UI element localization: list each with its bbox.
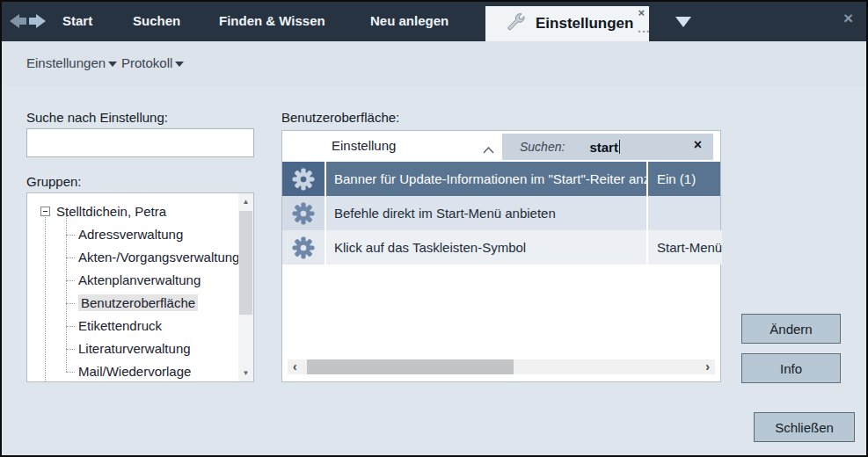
info-button[interactable]: Info: [741, 353, 841, 383]
titlebar: Start Suchen Finden & Wissen Neu anlegen…: [2, 2, 866, 41]
chevron-down-icon: [108, 62, 117, 67]
text-cursor: [619, 140, 620, 154]
setting-value: [648, 196, 720, 230]
chevron-down-icon: [175, 62, 184, 67]
window-close-icon[interactable]: ×: [843, 10, 853, 26]
menu-protokoll[interactable]: Protokoll: [121, 55, 184, 70]
tree-item-aktenplanverwaltung[interactable]: Aktenplanverwaltung: [27, 269, 238, 292]
gear-icon: [282, 230, 325, 265]
table-header[interactable]: Einstellung Suchen: start ×: [282, 131, 720, 162]
sort-ascending-icon[interactable]: [483, 141, 494, 157]
tab-dropdown-icon[interactable]: [675, 17, 691, 27]
tab-overflow-dots[interactable]: ...: [638, 21, 651, 35]
menubar: Einstellungen Protokoll: [2, 41, 866, 87]
tree-scrollbar-thumb[interactable]: [239, 211, 252, 315]
table-row[interactable]: Klick auf das Taskleisten-Symbol Start-M…: [282, 230, 720, 265]
tree-root-item[interactable]: Stelltdichein, Petra: [27, 200, 238, 223]
horizontal-scrollbar[interactable]: ‹ ›: [288, 359, 715, 374]
tree-item-benutzeroberflaeche[interactable]: Benutzeroberfläche: [27, 292, 238, 315]
scroll-left-icon[interactable]: ‹: [293, 359, 297, 374]
setting-name: Klick auf das Taskleisten-Symbol: [326, 230, 646, 265]
forward-icon[interactable]: [29, 13, 46, 29]
table-body: Banner für Update-Informationen im "Star…: [282, 162, 720, 265]
scroll-up-icon[interactable]: ▲: [238, 198, 253, 206]
table-row[interactable]: Befehle direkt im Start-Menü anbieten: [282, 196, 720, 230]
tab-start[interactable]: Start: [62, 13, 92, 28]
tree-scrollbar[interactable]: ▲ ▼: [238, 193, 253, 381]
settings-window: { "titlebar": { "tabs": [ { "label": "St…: [0, 0, 868, 457]
table-search-box[interactable]: Suchen: start ×: [502, 134, 713, 160]
tree-item-etikettendruck[interactable]: Etikettendruck: [27, 315, 238, 337]
tree-root-label: Stelltdichein, Petra: [56, 204, 166, 219]
schliessen-button[interactable]: Schließen: [754, 412, 855, 442]
groups-tree: Stelltdichein, Petra Adressverwaltung Ak…: [26, 192, 254, 382]
tree-item-mail-wiedervorlage[interactable]: Mail/Wiedervorlage: [27, 360, 238, 382]
column-header-einstellung[interactable]: Einstellung: [332, 138, 396, 153]
setting-value: Start-Menü: [648, 230, 722, 265]
search-clear-icon[interactable]: ×: [694, 137, 702, 153]
tree-item-akten-vorgangsverwaltung[interactable]: Akten-/Vorgangsverwaltung: [27, 246, 238, 269]
setting-name: Befehle direkt im Start-Menü anbieten: [326, 196, 646, 230]
scroll-down-icon[interactable]: ▼: [238, 369, 253, 377]
tab-einstellungen-active[interactable]: Einstellungen ×: [485, 6, 649, 41]
wrench-icon: [507, 12, 526, 35]
gear-icon: [282, 162, 325, 196]
menu-einstellungen-label: Einstellungen: [26, 55, 106, 70]
back-icon[interactable]: [10, 13, 26, 29]
section-label: Benutzeroberfläche:: [281, 110, 399, 125]
groups-label: Gruppen:: [26, 174, 82, 189]
tree-item-literaturverwaltung[interactable]: Literaturverwaltung: [27, 337, 238, 360]
menu-protokoll-label: Protokoll: [121, 55, 172, 70]
table-row[interactable]: Banner für Update-Informationen im "Star…: [282, 162, 720, 196]
tab-close-icon[interactable]: ×: [638, 7, 645, 18]
scroll-right-icon[interactable]: ›: [705, 359, 710, 374]
tab-finden-wissen[interactable]: Finden & Wissen: [219, 13, 325, 28]
gear-icon: [282, 196, 325, 230]
table-search-value[interactable]: start: [589, 140, 618, 155]
active-tab-label: Einstellungen: [536, 15, 633, 33]
setting-name: Banner für Update-Informationen im "Star…: [326, 162, 646, 196]
table-search-label: Suchen:: [520, 140, 565, 154]
search-setting-input[interactable]: [26, 128, 254, 157]
search-setting-label: Suche nach Einstellung:: [26, 110, 168, 125]
setting-value: Ein (1): [648, 162, 720, 196]
tab-neu-anlegen[interactable]: Neu anlegen: [370, 13, 449, 28]
aendern-button[interactable]: Ändern: [741, 314, 841, 344]
settings-table: Einstellung Suchen: start ×: [281, 130, 721, 382]
tab-suchen[interactable]: Suchen: [133, 13, 180, 28]
horizontal-scrollbar-thumb[interactable]: [307, 359, 514, 374]
tree-item-adressverwaltung[interactable]: Adressverwaltung: [27, 223, 238, 246]
nav-arrows: [10, 13, 46, 29]
menu-einstellungen[interactable]: Einstellungen: [26, 55, 117, 70]
